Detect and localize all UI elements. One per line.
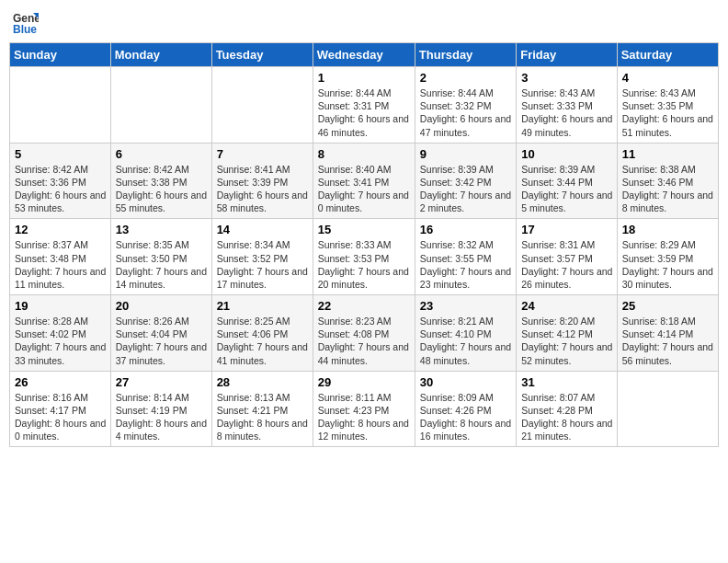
day-info: Sunrise: 8:11 AM Sunset: 4:23 PM Dayligh… (318, 391, 411, 443)
day-number: 19 (15, 299, 107, 313)
day-info: Sunrise: 8:33 AM Sunset: 3:53 PM Dayligh… (318, 238, 411, 291)
day-info: Sunrise: 8:39 AM Sunset: 3:44 PM Dayligh… (521, 163, 612, 215)
day-info: Sunrise: 8:43 AM Sunset: 3:33 PM Dayligh… (521, 86, 612, 139)
calendar-cell (211, 67, 313, 144)
day-info: Sunrise: 8:39 AM Sunset: 3:42 PM Dayligh… (420, 163, 512, 215)
day-info: Sunrise: 8:40 AM Sunset: 3:41 PM Dayligh… (318, 163, 411, 215)
calendar-cell: 12Sunrise: 8:37 AM Sunset: 3:48 PM Dayli… (10, 219, 111, 295)
day-number: 30 (420, 375, 512, 389)
calendar-week-5: 26Sunrise: 8:16 AM Sunset: 4:17 PM Dayli… (10, 371, 719, 447)
calendar-cell: 4Sunrise: 8:43 AM Sunset: 3:35 PM Daylig… (617, 67, 718, 144)
calendar-cell: 23Sunrise: 8:21 AM Sunset: 4:10 PM Dayli… (415, 295, 516, 372)
day-info: Sunrise: 8:25 AM Sunset: 4:06 PM Dayligh… (217, 315, 309, 367)
day-info: Sunrise: 8:29 AM Sunset: 3:59 PM Dayligh… (622, 238, 714, 291)
calendar-week-3: 12Sunrise: 8:37 AM Sunset: 3:48 PM Dayli… (10, 219, 719, 295)
calendar-cell: 19Sunrise: 8:28 AM Sunset: 4:02 PM Dayli… (10, 295, 111, 372)
calendar-cell: 15Sunrise: 8:33 AM Sunset: 3:53 PM Dayli… (313, 219, 415, 295)
calendar-table: SundayMondayTuesdayWednesdayThursdayFrid… (9, 42, 719, 447)
calendar-week-4: 19Sunrise: 8:28 AM Sunset: 4:02 PM Dayli… (10, 295, 719, 372)
day-info: Sunrise: 8:35 AM Sunset: 3:50 PM Dayligh… (116, 238, 208, 291)
day-number: 21 (217, 299, 309, 313)
weekday-header-tuesday: Tuesday (211, 43, 313, 67)
day-info: Sunrise: 8:31 AM Sunset: 3:57 PM Dayligh… (521, 238, 612, 291)
calendar-cell: 28Sunrise: 8:13 AM Sunset: 4:21 PM Dayli… (211, 371, 313, 447)
day-info: Sunrise: 8:34 AM Sunset: 3:52 PM Dayligh… (217, 238, 309, 291)
day-number: 23 (420, 299, 512, 313)
weekday-header-row: SundayMondayTuesdayWednesdayThursdayFrid… (10, 43, 719, 67)
day-number: 16 (420, 223, 512, 236)
day-number: 20 (116, 299, 208, 313)
page-header: General Blue (9, 9, 719, 35)
day-number: 31 (521, 375, 612, 389)
logo-icon: General Blue (13, 9, 39, 35)
day-number: 24 (521, 299, 612, 313)
day-number: 26 (15, 375, 107, 389)
calendar-cell: 31Sunrise: 8:07 AM Sunset: 4:28 PM Dayli… (517, 371, 617, 447)
weekday-header-saturday: Saturday (617, 43, 718, 67)
day-info: Sunrise: 8:41 AM Sunset: 3:39 PM Dayligh… (217, 163, 309, 215)
day-number: 11 (622, 147, 714, 161)
day-info: Sunrise: 8:32 AM Sunset: 3:55 PM Dayligh… (420, 238, 512, 291)
day-info: Sunrise: 8:38 AM Sunset: 3:46 PM Dayligh… (622, 163, 714, 215)
day-number: 18 (622, 223, 714, 236)
calendar-week-1: 1Sunrise: 8:44 AM Sunset: 3:31 PM Daylig… (10, 67, 719, 144)
calendar-cell: 1Sunrise: 8:44 AM Sunset: 3:31 PM Daylig… (313, 67, 415, 144)
day-number: 28 (217, 375, 309, 389)
day-number: 15 (318, 223, 411, 236)
calendar-cell: 17Sunrise: 8:31 AM Sunset: 3:57 PM Dayli… (517, 219, 617, 295)
day-number: 27 (116, 375, 208, 389)
calendar-cell: 24Sunrise: 8:20 AM Sunset: 4:12 PM Dayli… (517, 295, 617, 372)
weekday-header-friday: Friday (517, 43, 617, 67)
day-number: 6 (116, 147, 208, 161)
calendar-cell: 14Sunrise: 8:34 AM Sunset: 3:52 PM Dayli… (211, 219, 313, 295)
calendar-cell: 9Sunrise: 8:39 AM Sunset: 3:42 PM Daylig… (415, 143, 516, 219)
calendar-cell: 16Sunrise: 8:32 AM Sunset: 3:55 PM Dayli… (415, 219, 516, 295)
day-number: 5 (15, 147, 107, 161)
calendar-cell: 8Sunrise: 8:40 AM Sunset: 3:41 PM Daylig… (313, 143, 415, 219)
day-info: Sunrise: 8:13 AM Sunset: 4:21 PM Dayligh… (217, 391, 309, 443)
day-number: 25 (622, 299, 714, 313)
calendar-cell: 3Sunrise: 8:43 AM Sunset: 3:33 PM Daylig… (517, 67, 617, 144)
day-number: 12 (15, 223, 107, 236)
day-info: Sunrise: 8:23 AM Sunset: 4:08 PM Dayligh… (318, 315, 411, 367)
calendar-cell: 7Sunrise: 8:41 AM Sunset: 3:39 PM Daylig… (211, 143, 313, 219)
day-info: Sunrise: 8:07 AM Sunset: 4:28 PM Dayligh… (521, 391, 612, 443)
calendar-cell: 30Sunrise: 8:09 AM Sunset: 4:26 PM Dayli… (415, 371, 516, 447)
day-info: Sunrise: 8:09 AM Sunset: 4:26 PM Dayligh… (420, 391, 512, 443)
calendar-cell: 18Sunrise: 8:29 AM Sunset: 3:59 PM Dayli… (617, 219, 718, 295)
day-info: Sunrise: 8:20 AM Sunset: 4:12 PM Dayligh… (521, 315, 612, 367)
logo: General Blue (13, 9, 40, 35)
calendar-cell: 10Sunrise: 8:39 AM Sunset: 3:44 PM Dayli… (517, 143, 617, 219)
day-info: Sunrise: 8:26 AM Sunset: 4:04 PM Dayligh… (116, 315, 208, 367)
day-number: 29 (318, 375, 411, 389)
calendar-cell: 13Sunrise: 8:35 AM Sunset: 3:50 PM Dayli… (110, 219, 211, 295)
day-info: Sunrise: 8:21 AM Sunset: 4:10 PM Dayligh… (420, 315, 512, 367)
weekday-header-monday: Monday (110, 43, 211, 67)
calendar-cell (110, 67, 211, 144)
calendar-cell: 29Sunrise: 8:11 AM Sunset: 4:23 PM Dayli… (313, 371, 415, 447)
calendar-cell: 6Sunrise: 8:42 AM Sunset: 3:38 PM Daylig… (110, 143, 211, 219)
calendar-cell: 25Sunrise: 8:18 AM Sunset: 4:14 PM Dayli… (617, 295, 718, 372)
calendar-cell (617, 371, 718, 447)
day-info: Sunrise: 8:43 AM Sunset: 3:35 PM Dayligh… (622, 86, 714, 139)
calendar-week-2: 5Sunrise: 8:42 AM Sunset: 3:36 PM Daylig… (10, 143, 719, 219)
day-number: 14 (217, 223, 309, 236)
day-info: Sunrise: 8:14 AM Sunset: 4:19 PM Dayligh… (116, 391, 208, 443)
day-info: Sunrise: 8:42 AM Sunset: 3:38 PM Dayligh… (116, 163, 208, 215)
calendar-cell: 27Sunrise: 8:14 AM Sunset: 4:19 PM Dayli… (110, 371, 211, 447)
day-info: Sunrise: 8:16 AM Sunset: 4:17 PM Dayligh… (15, 391, 107, 443)
day-number: 2 (420, 71, 512, 85)
calendar-cell: 11Sunrise: 8:38 AM Sunset: 3:46 PM Dayli… (617, 143, 718, 219)
calendar-cell: 20Sunrise: 8:26 AM Sunset: 4:04 PM Dayli… (110, 295, 211, 372)
day-number: 4 (622, 71, 714, 85)
calendar-cell: 26Sunrise: 8:16 AM Sunset: 4:17 PM Dayli… (10, 371, 111, 447)
day-number: 13 (116, 223, 208, 236)
day-number: 17 (521, 223, 612, 236)
calendar-cell: 21Sunrise: 8:25 AM Sunset: 4:06 PM Dayli… (211, 295, 313, 372)
calendar-cell: 5Sunrise: 8:42 AM Sunset: 3:36 PM Daylig… (10, 143, 111, 219)
day-info: Sunrise: 8:44 AM Sunset: 3:31 PM Dayligh… (318, 86, 411, 139)
day-number: 7 (217, 147, 309, 161)
day-info: Sunrise: 8:28 AM Sunset: 4:02 PM Dayligh… (15, 315, 107, 367)
calendar-cell (10, 67, 111, 144)
day-number: 3 (521, 71, 612, 85)
